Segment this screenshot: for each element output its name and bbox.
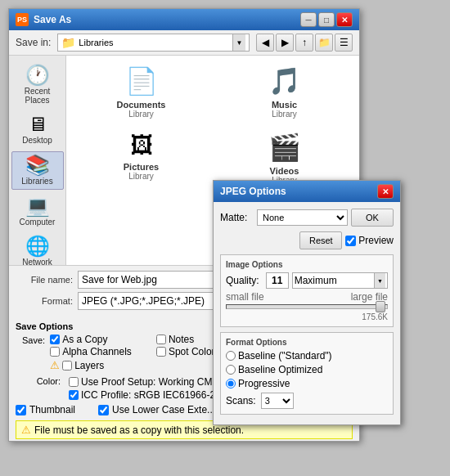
file-item-documents[interactable]: 📄 Documents Library — [73, 62, 209, 122]
quality-option: Maximum — [295, 275, 374, 286]
scans-row: Scans: 3 4 5 — [226, 393, 388, 409]
slider-thumb — [376, 301, 385, 312]
alpha-label: Alpha Channels — [62, 346, 132, 357]
up-button[interactable]: ↑ — [295, 34, 313, 52]
scans-label: Scans: — [226, 395, 256, 406]
checkbox-alpha: Alpha Channels — [50, 346, 132, 357]
sidebar-item-computer[interactable]: 💻 Computer — [11, 193, 64, 230]
window-controls: ─ □ ✕ — [300, 12, 353, 27]
recent-icon: 🕐 — [25, 65, 50, 85]
baseline-optimized-label: Baseline Optimized — [238, 364, 322, 375]
as-copy-label: As a Copy — [62, 334, 107, 345]
icc-profile-row: ICC Profile: sRGB IEC61966-2.1 — [69, 389, 226, 401]
file-item-pictures[interactable]: 🖼 Pictures Library — [73, 128, 209, 188]
quality-value: 11 — [272, 275, 282, 286]
sidebar-item-libraries[interactable]: 📚 Libraries — [11, 151, 64, 190]
ok-button[interactable]: OK — [351, 209, 394, 227]
reset-button[interactable]: Reset — [299, 231, 342, 249]
minimize-button[interactable]: ─ — [300, 12, 317, 27]
layers-checkbox[interactable] — [62, 361, 72, 370]
sidebar-item-desktop[interactable]: 🖥 Desktop — [11, 111, 64, 148]
proof-setup-checkbox[interactable] — [69, 377, 79, 387]
baseline-optimized-radio[interactable] — [226, 365, 236, 375]
baseline-optimized-row: Baseline Optimized — [226, 364, 388, 375]
quality-label: Quality: — [226, 275, 259, 286]
baseline-standard-label: Baseline ("Standard") — [238, 350, 332, 361]
close-button[interactable]: ✕ — [336, 12, 353, 27]
format-options-section: Format Options Baseline ("Standard") Bas… — [220, 332, 394, 415]
file-size: 175.6K — [362, 312, 388, 321]
checkbox-as-copy: As a Copy — [50, 334, 132, 345]
jpeg-close-button[interactable]: ✕ — [377, 184, 394, 199]
toolbar: Save in: 📁 Libraries ▼ ◀ ▶ ↑ 📁 ☰ — [9, 30, 359, 56]
combo-dropdown-arrow[interactable]: ▼ — [232, 34, 245, 51]
icc-profile-checkbox[interactable] — [69, 390, 79, 400]
progressive-radio[interactable] — [226, 379, 236, 388]
dialog-title: Save As — [34, 14, 300, 25]
file-size-row: 175.6K — [226, 312, 388, 321]
libraries-icon: 📚 — [25, 155, 50, 175]
color-label: Color: — [16, 376, 61, 386]
pictures-sub: Library — [128, 172, 154, 181]
options-grid: As a Copy Notes Alpha Channels Spot — [50, 334, 237, 371]
videos-name: Videos — [270, 166, 299, 176]
preview-row: Preview — [345, 231, 394, 249]
lowercase-label: Use Lower Case Exte... — [112, 404, 215, 415]
progressive-label: Progressive — [238, 378, 290, 389]
network-icon: 🌐 — [25, 236, 50, 256]
computer-icon: 💻 — [25, 196, 50, 216]
preview-checkbox[interactable] — [345, 236, 356, 246]
checkboxes-grid: As a Copy Notes Alpha Channels Spot — [50, 334, 237, 357]
scans-select[interactable]: 3 4 5 — [261, 393, 294, 409]
documents-name: Documents — [117, 100, 166, 110]
progressive-row: Progressive — [226, 378, 388, 389]
as-copy-checkbox[interactable] — [50, 335, 60, 344]
thumbnail-checkbox[interactable] — [16, 405, 26, 415]
warning-text: File must be saved as a copy with this s… — [34, 424, 244, 436]
sidebar-item-recent[interactable]: 🕐 Recent Places — [11, 62, 64, 108]
size-labels: small file large file — [226, 291, 388, 303]
documents-icon: 📄 — [125, 65, 158, 97]
notes-label: Notes — [169, 334, 194, 345]
sidebar-libraries-label: Libraries — [21, 177, 52, 186]
save-in-combo[interactable]: 📁 Libraries ▼ — [57, 34, 250, 52]
title-bar: PS Save As ─ □ ✕ — [9, 9, 359, 30]
proof-setup-label: Use Proof Setup: Working CMYK — [81, 376, 226, 388]
jpeg-content: Matte: None OK Reset Preview Image Optio… — [214, 202, 400, 426]
pictures-icon: 🖼 — [130, 132, 153, 159]
matte-select[interactable]: None — [257, 209, 348, 226]
layers-warning-icon: ⚠ — [50, 359, 60, 371]
music-name: Music — [272, 100, 297, 110]
small-file-label: small file — [226, 291, 264, 303]
sidebar: 🕐 Recent Places 🖥 Desktop 📚 Libraries 💻 … — [9, 56, 66, 265]
back-button[interactable]: ◀ — [256, 34, 274, 52]
quality-combo[interactable]: Maximum ▼ — [292, 272, 388, 289]
checkbox-layers-row: ⚠ Layers — [50, 359, 237, 371]
baseline-standard-radio[interactable] — [226, 351, 236, 361]
proof-setup-row: Use Proof Setup: Working CMYK — [69, 376, 226, 388]
quality-slider[interactable] — [226, 304, 388, 309]
image-options-title: Image Options — [226, 260, 388, 269]
thumbnail-label: Thumbnail — [29, 404, 75, 415]
views-button[interactable]: ☰ — [335, 34, 353, 52]
format-options-title: Format Options — [226, 338, 388, 347]
filename-label: File name: — [16, 275, 73, 285]
file-item-music[interactable]: 🎵 Music Library — [216, 62, 353, 122]
layers-label: Layers — [74, 360, 104, 371]
toolbar-icon-buttons: ◀ ▶ ↑ 📁 ☰ — [256, 34, 353, 52]
preview-label: Preview — [358, 235, 394, 246]
maximize-button[interactable]: □ — [318, 12, 335, 27]
jpeg-options-dialog: JPEG Options ✕ Matte: None OK Reset Prev… — [213, 180, 401, 425]
lowercase-checkbox[interactable] — [98, 405, 109, 415]
quality-combo-arrow[interactable]: ▼ — [374, 273, 385, 288]
folder-icon: 📁 — [61, 36, 75, 49]
matte-row: Matte: None OK — [220, 209, 394, 227]
spot-checkbox[interactable] — [156, 347, 166, 357]
quality-value-box[interactable]: 11 — [266, 272, 289, 289]
forward-button[interactable]: ▶ — [276, 34, 294, 52]
sidebar-computer-label: Computer — [20, 218, 56, 227]
jpeg-buttons-row: Reset Preview — [220, 231, 394, 249]
alpha-checkbox[interactable] — [50, 347, 60, 357]
notes-checkbox[interactable] — [156, 335, 166, 344]
new-folder-button[interactable]: 📁 — [315, 34, 333, 52]
